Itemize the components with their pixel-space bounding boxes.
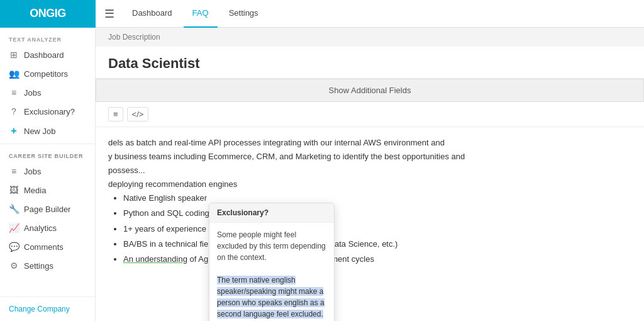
add-icon: +	[9, 125, 19, 137]
competitors-icon: 👥	[9, 69, 19, 79]
sidebar-item-label: Settings	[24, 261, 53, 271]
sidebar: TEXT ANALYZER ⊞ Dashboard 👥 Competitors …	[0, 28, 96, 321]
editor-toolbar: ≡ </>	[96, 102, 644, 127]
bullet-5: An understanding of Agile workflows and …	[123, 252, 631, 266]
sidebar-item-dashboard[interactable]: ⊞ Dashboard	[0, 45, 95, 64]
text-analyzer-label: TEXT ANALYZER	[0, 28, 95, 45]
sidebar-item-label: Jobs	[24, 167, 41, 176]
toolbar-list-icon[interactable]: ≡	[108, 107, 123, 121]
sidebar-item-settings[interactable]: ⚙ Settings	[0, 256, 95, 275]
dashboard-icon: ⊞	[9, 50, 19, 60]
sidebar-item-exclusionary[interactable]: ? Exclusionary?	[0, 102, 95, 121]
main-content: Job Description Data Scientist Show Addi…	[96, 28, 644, 321]
sidebar-item-new-job[interactable]: + New Job	[0, 121, 95, 141]
sidebar-item-media[interactable]: 🖼 Media	[0, 181, 95, 200]
media-icon: 🖼	[9, 185, 19, 195]
hamburger-icon[interactable]: ☰	[96, 7, 123, 21]
sidebar-item-label: Comments	[24, 242, 64, 252]
sidebar-item-label: Dashboard	[24, 50, 64, 60]
bullet-4: BA/BS in a technical field (Computer Sci…	[123, 237, 631, 251]
sidebar-item-label: Exclusionary?	[24, 107, 75, 116]
bullet-2: Python and SQL coding skills	[123, 206, 631, 220]
nav-settings[interactable]: Settings	[220, 0, 267, 28]
exclusionary-tooltip: Exclusionary? Some people might feel exc…	[209, 203, 335, 321]
tooltip-body: Some people might feel excluded by this …	[209, 223, 334, 321]
job-title-bar: Data Scientist	[96, 47, 644, 79]
editor-line4: deploying recommendation engines	[108, 177, 631, 191]
career-site-builder-label: CAREER SITE BUILDER	[0, 147, 95, 162]
jobs2-icon: ≡	[9, 166, 19, 176]
show-additional-fields-button[interactable]: Show Additional Fields	[96, 79, 644, 102]
bullet-3: 1+ years of experience as a Data Scienti…	[123, 222, 631, 236]
nav-faq[interactable]: FAQ	[184, 0, 218, 28]
brand-logo[interactable]: ONGIG	[0, 0, 96, 28]
sidebar-item-jobs[interactable]: ≡ Jobs	[0, 83, 95, 102]
bullet-5-underlined: An understanding	[123, 254, 187, 264]
editor-line1: dels as batch and real-time API processe…	[108, 136, 631, 150]
sidebar-item-label: Media	[24, 186, 46, 195]
sidebar-item-label: Page Builder	[24, 205, 70, 214]
brand-text: ONGIG	[30, 7, 66, 20]
page-builder-icon: 🔧	[9, 204, 19, 214]
sidebar-divider	[0, 144, 95, 144]
sidebar-item-page-builder[interactable]: 🔧 Page Builder	[0, 200, 95, 218]
sidebar-item-analytics[interactable]: 📈 Analytics	[0, 218, 95, 237]
change-company-link[interactable]: Change Company	[0, 296, 95, 321]
brand-on: ON	[30, 7, 46, 20]
sidebar-item-label: New Job	[24, 127, 56, 136]
nav-dashboard[interactable]: Dashboard	[123, 0, 181, 28]
editor-line3: possess...	[108, 164, 631, 177]
sidebar-item-label: Analytics	[24, 223, 57, 233]
sidebar-item-comments[interactable]: 💬 Comments	[0, 237, 95, 256]
tooltip-highlighted: The term native english speaker/speaking…	[217, 276, 325, 318]
sidebar-item-jobs2[interactable]: ≡ Jobs	[0, 162, 95, 181]
exclusionary-icon: ?	[9, 106, 19, 116]
sidebar-item-label: Jobs	[24, 88, 41, 98]
sidebar-item-competitors[interactable]: 👥 Competitors	[0, 64, 95, 83]
editor-content[interactable]: dels as batch and real-time API processe…	[96, 127, 644, 276]
editor-line2: y business teams including Ecommerce, CR…	[108, 150, 631, 164]
breadcrumb: Job Description	[96, 28, 644, 47]
analytics-icon: 📈	[9, 223, 19, 233]
jobs-icon: ≡	[9, 87, 19, 98]
top-nav: ONGIG ☰ Dashboard FAQ Settings	[0, 0, 644, 28]
main-layout: TEXT ANALYZER ⊞ Dashboard 👥 Competitors …	[0, 28, 644, 321]
sidebar-item-label: Competitors	[24, 69, 68, 79]
tooltip-header: Exclusionary?	[209, 203, 334, 223]
nav-links: Dashboard FAQ Settings	[123, 0, 267, 28]
job-container: Data Scientist Show Additional Fields ≡ …	[96, 47, 644, 321]
brand-gig: GIG	[46, 7, 66, 20]
comments-icon: 💬	[9, 242, 19, 252]
tooltip-body-before: Some people might feel excluded by this …	[217, 230, 326, 262]
editor-bullets: Native English speaker Python and SQL co…	[108, 191, 631, 266]
bullet-1: Native English speaker	[123, 191, 631, 205]
toolbar-code-icon[interactable]: </>	[127, 107, 149, 121]
settings-icon: ⚙	[9, 261, 19, 271]
job-title: Data Scientist	[108, 55, 631, 72]
